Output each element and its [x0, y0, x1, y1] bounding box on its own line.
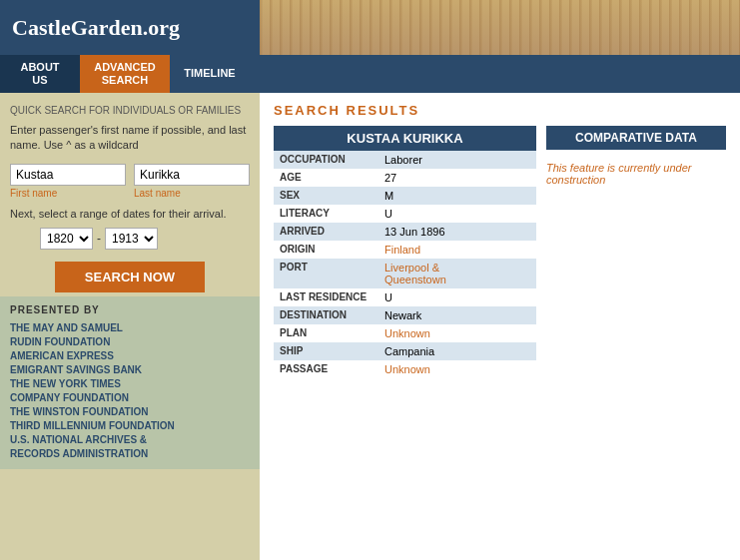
nav-advanced-search[interactable]: ADVANCEDSEARCH [80, 55, 170, 93]
quick-search-subtitle: FOR INDIVIDUALS OR FAMILIES [89, 105, 241, 116]
field-value: Liverpool &Queenstown [378, 259, 536, 288]
search-results-label: SEARCH RESULTS [274, 103, 726, 118]
sponsor-4: THE WINSTON FOUNDATION [10, 405, 250, 419]
quick-search-title: QUICK SEARCH FOR INDIVIDUALS OR FAMILIES [10, 103, 250, 117]
table-row: OCCUPATION Laborer [274, 151, 536, 169]
field-value: Unknown [378, 360, 536, 378]
first-name-wrap: First name [10, 164, 126, 199]
table-row: SEX M [274, 187, 536, 205]
year-from-select[interactable]: 1820183018401850 1860187018801890 190019… [40, 228, 93, 250]
table-row: LAST RESIDENCE U [274, 288, 536, 306]
name-fields: First name Last name [10, 164, 250, 199]
presented-by-label: PRESENTED BY [10, 304, 250, 315]
table-row: SHIP Campania [274, 342, 536, 360]
table-row: PASSAGE Unknown [274, 360, 536, 378]
field-value: 27 [378, 169, 536, 187]
main-content: QUICK SEARCH FOR INDIVIDUALS OR FAMILIES… [0, 93, 740, 560]
date-range-row: 1820183018401850 1860187018801890 190019… [10, 228, 250, 250]
sponsor-6: U.S. NATIONAL ARCHIVES &RECORDS ADMINIST… [10, 433, 250, 461]
search-hint: Enter passenger's first name if possible… [10, 123, 250, 154]
field-value: Unknown [378, 324, 536, 342]
right-panel: SEARCH RESULTS KUSTAA KURIKKA OCCUPATION… [260, 93, 740, 560]
header-image [260, 0, 740, 55]
under-construction-message: This feature is currently under construc… [546, 158, 726, 190]
field-value: Laborer [378, 151, 536, 169]
field-key: LAST RESIDENCE [274, 288, 378, 306]
field-key: DESTINATION [274, 306, 378, 324]
field-key: PORT [274, 259, 378, 288]
nav-timeline[interactable]: TIMELINE [170, 55, 250, 93]
results-data-table: OCCUPATION Laborer AGE 27 SEX M LITERA [274, 151, 536, 378]
comparative-data-section: COMPARATIVE DATA This feature is current… [546, 126, 726, 378]
last-name-input[interactable] [134, 164, 250, 186]
table-row: ORIGIN Finland [274, 241, 536, 259]
results-table-wrap: KUSTAA KURIKKA OCCUPATION Laborer AGE 27… [274, 126, 536, 378]
sponsor-2: AMERICAN EXPRESSEMIGRANT SAVINGS BANK [10, 349, 250, 377]
last-name-label: Last name [134, 188, 250, 199]
person-name-header: KUSTAA KURIKKA [274, 126, 536, 151]
results-area: KUSTAA KURIKKA OCCUPATION Laborer AGE 27… [274, 126, 726, 378]
last-name-wrap: Last name [134, 164, 250, 199]
header-decorative-image [260, 0, 740, 55]
table-row: LITERACY U [274, 205, 536, 223]
presented-by-section: PRESENTED BY THE MAY AND SAMUELRUDIN FOU… [0, 296, 260, 469]
site-header: CastleGarden.org [0, 0, 740, 55]
first-name-input[interactable] [10, 164, 126, 186]
field-key: PASSAGE [274, 360, 378, 378]
navbar: ABOUT US ADVANCEDSEARCH TIMELINE [0, 55, 740, 93]
sponsor-5: THIRD MILLENNIUM FOUNDATION [10, 419, 250, 433]
table-row: PLAN Unknown [274, 324, 536, 342]
first-name-label: First name [10, 188, 126, 199]
field-key: PLAN [274, 324, 378, 342]
sponsor-3: THE NEW YORK TIMESCOMPANY FOUNDATION [10, 377, 250, 405]
field-key: SEX [274, 187, 378, 205]
table-row: DESTINATION Newark [274, 306, 536, 324]
field-value: Finland [378, 241, 536, 259]
nav-about-us[interactable]: ABOUT US [0, 55, 80, 93]
table-row: ARRIVED 13 Jun 1896 [274, 223, 536, 241]
table-row: AGE 27 [274, 169, 536, 187]
field-key: SHIP [274, 342, 378, 360]
field-key: ARRIVED [274, 223, 378, 241]
field-key: OCCUPATION [274, 151, 378, 169]
field-key: LITERACY [274, 205, 378, 223]
field-value: Campania [378, 342, 536, 360]
sponsor-1: THE MAY AND SAMUELRUDIN FOUNDATION [10, 321, 250, 349]
field-value: U [378, 205, 536, 223]
field-value: 13 Jun 1896 [378, 223, 536, 241]
date-hint: Next, select a range of dates for their … [10, 207, 250, 222]
date-separator: - [97, 232, 101, 246]
site-logo-area: CastleGarden.org [0, 0, 260, 55]
comparative-data-header: COMPARATIVE DATA [546, 126, 726, 150]
quick-search-label: QUICK SEARCH [10, 105, 89, 116]
search-now-button[interactable]: SEARCH NOW [55, 262, 205, 292]
table-row: PORT Liverpool &Queenstown [274, 259, 536, 288]
field-key: ORIGIN [274, 241, 378, 259]
field-key: AGE [274, 169, 378, 187]
field-value: Newark [378, 306, 536, 324]
field-value: U [378, 288, 536, 306]
nav-spacer [250, 55, 740, 93]
site-title: CastleGarden.org [12, 15, 180, 41]
left-panel: QUICK SEARCH FOR INDIVIDUALS OR FAMILIES… [0, 93, 260, 560]
field-value: M [378, 187, 536, 205]
year-to-select[interactable]: 1870188018901900 191019131920 [105, 228, 158, 250]
